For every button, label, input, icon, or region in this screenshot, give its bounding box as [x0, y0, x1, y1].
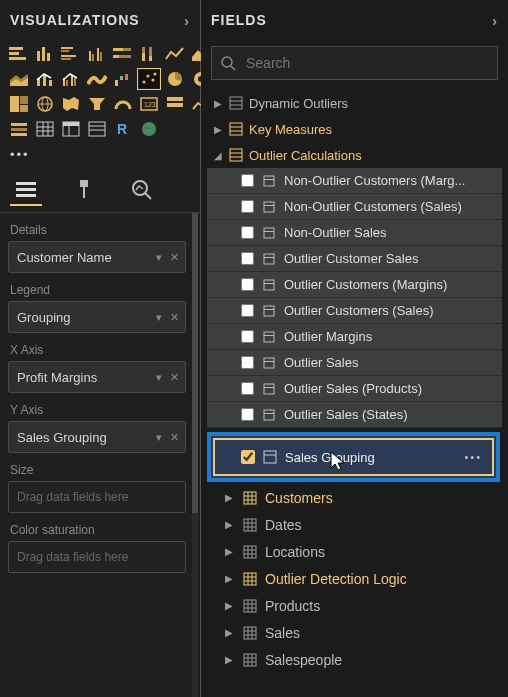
left-scrollbar[interactable]	[192, 213, 198, 697]
treemap-chart-icon[interactable]	[8, 94, 30, 114]
field-checkbox[interactable]	[241, 408, 254, 421]
table-icon[interactable]	[34, 119, 56, 139]
expand-icon[interactable]: ▶	[225, 573, 235, 584]
field-row[interactable]: Non-Outlier Customers (Sales)	[207, 194, 502, 220]
field-checkbox[interactable]	[241, 382, 254, 395]
field-row[interactable]: Non-Outlier Customers (Marg...	[207, 168, 502, 194]
yaxis-remove-icon[interactable]: ✕	[170, 431, 179, 444]
expand-icon[interactable]: ▶	[225, 492, 235, 503]
hundred-stacked-column-icon[interactable]	[138, 44, 160, 64]
field-row[interactable]: Outlier Customer Sales	[207, 246, 502, 272]
field-checkbox[interactable]	[241, 356, 254, 369]
field-row[interactable]: Outlier Customers (Sales)	[207, 298, 502, 324]
table-row[interactable]: ▶Locations	[207, 538, 502, 565]
left-scrollbar-thumb[interactable]	[192, 213, 198, 513]
expand-icon[interactable]: ▶	[225, 546, 235, 557]
more-visuals-button[interactable]: •••	[0, 145, 200, 168]
fields-tab-icon[interactable]	[10, 174, 42, 206]
field-checkbox[interactable]	[241, 330, 254, 343]
field-checkbox[interactable]	[241, 200, 254, 213]
table-dynamic-outliers[interactable]: ▶ Dynamic Outliers	[207, 90, 502, 116]
line-chart-icon[interactable]	[164, 44, 186, 64]
expand-icon[interactable]: ▶	[213, 98, 223, 109]
field-label: Outlier Margins	[284, 329, 502, 344]
field-checkbox[interactable]	[241, 450, 255, 464]
field-row[interactable]: Non-Outlier Sales	[207, 220, 502, 246]
slicer-icon[interactable]	[8, 119, 30, 139]
stacked-column-chart-icon[interactable]	[34, 44, 56, 64]
legend-dropdown-icon[interactable]: ▾	[156, 311, 162, 324]
svg-rect-89	[264, 176, 274, 186]
scatter-chart-icon[interactable]	[138, 69, 160, 89]
field-checkbox[interactable]	[241, 304, 254, 317]
filled-map-icon[interactable]	[60, 94, 82, 114]
collapse-icon[interactable]: ◢	[213, 150, 223, 161]
matrix-icon[interactable]	[60, 119, 82, 139]
table-row[interactable]: ▶Outlier Detection Logic	[207, 565, 502, 592]
xaxis-remove-icon[interactable]: ✕	[170, 371, 179, 384]
expand-icon[interactable]: ▶	[225, 600, 235, 611]
table-row[interactable]: ▶Dates	[207, 511, 502, 538]
expand-icon[interactable]: ▶	[225, 654, 235, 665]
analytics-tab-icon[interactable]	[126, 174, 158, 204]
details-well[interactable]: Customer Name ▾✕	[8, 241, 186, 273]
search-box[interactable]	[211, 46, 498, 80]
svg-rect-7	[61, 50, 69, 52]
expand-icon[interactable]: ▶	[213, 124, 223, 135]
multirow-card-icon[interactable]	[164, 94, 186, 114]
details-dropdown-icon[interactable]: ▾	[156, 251, 162, 264]
field-checkbox[interactable]	[241, 278, 254, 291]
field-options-icon[interactable]: •••	[464, 451, 482, 463]
legend-well[interactable]: Grouping ▾✕	[8, 301, 186, 333]
clustered-bar-chart-icon[interactable]	[60, 44, 82, 64]
field-row[interactable]: Outlier Customers (Margins)	[207, 272, 502, 298]
legend-remove-icon[interactable]: ✕	[170, 311, 179, 324]
collapse-visualizations-icon[interactable]: ›	[184, 12, 190, 29]
stacked-area-chart-icon[interactable]	[8, 69, 30, 89]
clustered-column-chart-icon[interactable]	[86, 44, 108, 64]
expand-icon[interactable]: ▶	[225, 519, 235, 530]
field-checkbox[interactable]	[241, 226, 254, 239]
field-checkbox[interactable]	[241, 252, 254, 265]
field-row[interactable]: Outlier Sales (States)	[207, 402, 502, 428]
table-row[interactable]: ▶Customers	[207, 484, 502, 511]
search-input[interactable]	[244, 54, 489, 72]
gauge-chart-icon[interactable]	[112, 94, 134, 114]
field-checkbox[interactable]	[241, 174, 254, 187]
r-visual-icon[interactable]: R	[112, 119, 134, 139]
table-outlier-calculations[interactable]: ◢ Outlier Calculations	[207, 142, 502, 168]
ribbon-chart-icon[interactable]	[86, 69, 108, 89]
size-well[interactable]: Drag data fields here	[8, 481, 186, 513]
collapse-fields-icon[interactable]: ›	[492, 12, 498, 29]
table-row[interactable]: ▶Salespeople	[207, 646, 502, 673]
hundred-stacked-bar-icon[interactable]	[112, 44, 134, 64]
yaxis-well[interactable]: Sales Grouping ▾✕	[8, 421, 186, 453]
table-key-measures[interactable]: ▶ Key Measures	[207, 116, 502, 142]
details-remove-icon[interactable]: ✕	[170, 251, 179, 264]
line-stacked-column-icon[interactable]	[34, 69, 56, 89]
funnel-chart-icon[interactable]	[86, 94, 108, 114]
format-tab-icon[interactable]	[68, 174, 100, 204]
card-icon[interactable]: 123	[138, 94, 160, 114]
stacked-bar-chart-icon[interactable]	[8, 44, 30, 64]
xaxis-dropdown-icon[interactable]: ▾	[156, 371, 162, 384]
field-row[interactable]: Outlier Sales	[207, 350, 502, 376]
yaxis-dropdown-icon[interactable]: ▾	[156, 431, 162, 444]
xaxis-well[interactable]: Profit Margins ▾✕	[8, 361, 186, 393]
arcgis-map-icon[interactable]	[138, 119, 160, 139]
table-row[interactable]: ▶Sales	[207, 619, 502, 646]
pie-chart-icon[interactable]	[164, 69, 186, 89]
expand-icon[interactable]: ▶	[225, 627, 235, 638]
color-well[interactable]: Drag data fields here	[8, 541, 186, 573]
field-row[interactable]: Outlier Sales (Products)	[207, 376, 502, 402]
map-icon[interactable]	[34, 94, 56, 114]
waterfall-chart-icon[interactable]	[112, 69, 134, 89]
table-row[interactable]: ▶Products	[207, 592, 502, 619]
svg-rect-31	[74, 78, 76, 86]
field-label: Outlier Sales (Products)	[284, 381, 502, 396]
table-viz-icon[interactable]	[86, 119, 108, 139]
field-sales-grouping[interactable]: Sales Grouping •••	[213, 438, 494, 476]
svg-line-77	[145, 193, 151, 199]
line-clustered-column-icon[interactable]	[60, 69, 82, 89]
field-row[interactable]: Outlier Margins	[207, 324, 502, 350]
